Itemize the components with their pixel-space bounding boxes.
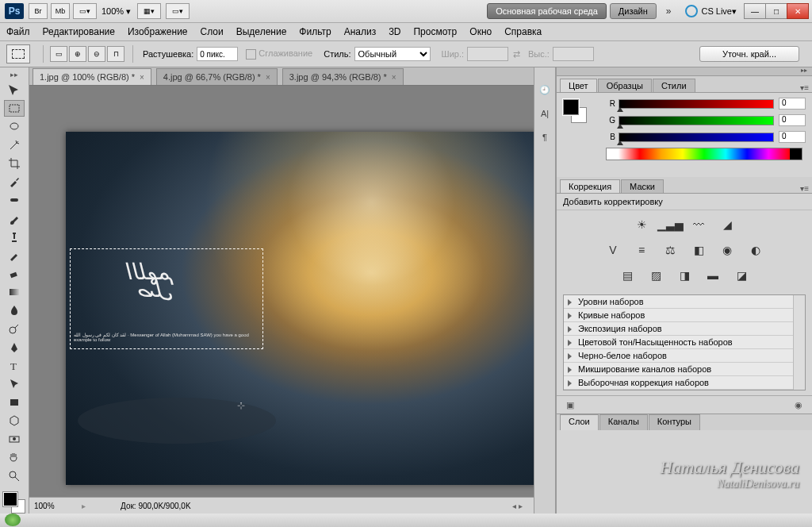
- panel-swatches[interactable]: [563, 99, 587, 123]
- close-tab-icon[interactable]: ×: [266, 73, 270, 82]
- start-button[interactable]: [5, 514, 21, 526]
- invert-icon[interactable]: ▤: [619, 267, 636, 283]
- list-item[interactable]: Экспозиция наборов: [564, 322, 805, 336]
- menu-analysis[interactable]: Анализ: [344, 26, 377, 37]
- bw-icon[interactable]: ◧: [690, 242, 707, 258]
- bridge-button[interactable]: Br: [29, 3, 48, 19]
- close-tab-icon[interactable]: ×: [140, 73, 144, 82]
- workspace-more-button[interactable]: »: [660, 6, 678, 17]
- workspace-design-button[interactable]: Дизайн: [610, 3, 657, 19]
- canvas[interactable]: اللهمصل لقد كان لكم في رسول الله · Messe…: [66, 132, 534, 485]
- heal-tool[interactable]: [4, 192, 25, 209]
- menu-edit[interactable]: Редактирование: [43, 26, 115, 37]
- screen-mode-dropdown[interactable]: ▭▾: [73, 3, 97, 19]
- panel-menu-icon[interactable]: ▾≡: [800, 184, 809, 193]
- zoom-tool[interactable]: [4, 467, 25, 484]
- list-item[interactable]: Микширование каналов наборов: [564, 363, 805, 376]
- status-docinfo[interactable]: Док: 900,0K/900,0K: [121, 502, 191, 510]
- gradient-map-icon[interactable]: ▬: [704, 267, 722, 283]
- balance-icon[interactable]: ⚖: [661, 242, 679, 258]
- eyedropper-tool[interactable]: [4, 174, 25, 190]
- r-slider[interactable]: [619, 99, 774, 109]
- tab-channels[interactable]: Каналы: [599, 414, 648, 430]
- menu-layers[interactable]: Слои: [201, 26, 224, 37]
- pen-tool[interactable]: [4, 339, 25, 356]
- levels-icon[interactable]: ▁▃▅: [661, 217, 679, 233]
- photo-filter-icon[interactable]: ◉: [718, 242, 736, 258]
- workspace-essentials-button[interactable]: Основная рабочая среда: [487, 3, 607, 19]
- close-tab-icon[interactable]: ×: [392, 73, 396, 82]
- document-tab[interactable]: 3.jpg @ 94,3% (RGB/8) *×: [282, 68, 404, 85]
- channel-mixer-icon[interactable]: ◐: [747, 242, 764, 258]
- g-value[interactable]: 0: [779, 114, 806, 126]
- 3d-tool[interactable]: [4, 413, 25, 429]
- tab-styles[interactable]: Стили: [653, 79, 695, 92]
- threshold-icon[interactable]: ◨: [676, 267, 693, 283]
- list-item[interactable]: Цветовой тон/Насыщенность наборов: [564, 336, 805, 349]
- adj-clip-icon[interactable]: ▣: [563, 398, 577, 411]
- selection-add-icon[interactable]: ⊕: [69, 46, 86, 62]
- color-ramp[interactable]: [606, 148, 802, 160]
- menu-image[interactable]: Изображение: [128, 26, 188, 37]
- tab-swatches[interactable]: Образцы: [598, 79, 652, 92]
- shape-tool[interactable]: [4, 394, 25, 410]
- tab-masks[interactable]: Маски: [621, 179, 664, 193]
- menu-filter[interactable]: Фильтр: [299, 26, 331, 37]
- tab-color[interactable]: Цвет: [560, 79, 597, 92]
- stamp-tool[interactable]: [4, 229, 25, 245]
- color-swatches[interactable]: [3, 492, 25, 514]
- minibridge-button[interactable]: Mb: [51, 3, 70, 19]
- posterize-icon[interactable]: ▨: [647, 267, 665, 283]
- menu-3d[interactable]: 3D: [389, 26, 400, 37]
- camera-tool[interactable]: [4, 431, 25, 448]
- history-brush-tool[interactable]: [4, 247, 25, 264]
- tab-paths[interactable]: Контуры: [649, 414, 700, 430]
- lasso-tool[interactable]: [4, 118, 25, 135]
- r-value[interactable]: 0: [779, 98, 806, 110]
- arrange-docs-dropdown[interactable]: ▦▾: [137, 3, 161, 19]
- list-item[interactable]: Черно-белое наборов: [564, 349, 805, 363]
- list-item[interactable]: Кривые наборов: [564, 309, 805, 322]
- foreground-color-swatch[interactable]: [3, 492, 17, 506]
- canvas-viewport[interactable]: اللهمصل لقد كان لكم في رسول الله · Messe…: [29, 86, 534, 497]
- marquee-tool[interactable]: [4, 100, 25, 117]
- panel-menu-icon[interactable]: ▾≡: [800, 83, 809, 92]
- move-tool[interactable]: [4, 82, 25, 98]
- adj-view-icon[interactable]: ◉: [791, 398, 806, 411]
- exposure-icon[interactable]: ◢: [718, 217, 736, 233]
- type-tool[interactable]: T: [4, 357, 25, 374]
- tab-adjustments[interactable]: Коррекция: [560, 179, 620, 193]
- scrollbar[interactable]: [793, 295, 805, 390]
- g-slider[interactable]: [619, 116, 774, 125]
- maximize-button[interactable]: □: [765, 3, 787, 19]
- menu-help[interactable]: Справка: [504, 26, 542, 37]
- cs-live-button[interactable]: CS Live ▾: [685, 5, 737, 17]
- selection-subtract-icon[interactable]: ⊖: [88, 46, 105, 62]
- refine-edge-button[interactable]: Уточн. край...: [699, 46, 799, 62]
- panels-collapse-bar[interactable]: [557, 67, 812, 76]
- close-button[interactable]: ✕: [787, 3, 809, 19]
- current-tool-preset[interactable]: [6, 44, 30, 63]
- minimize-button[interactable]: —: [744, 3, 766, 19]
- curves-icon[interactable]: 〰: [690, 217, 707, 233]
- vibrance-icon[interactable]: V: [604, 242, 622, 258]
- blur-tool[interactable]: [4, 302, 25, 319]
- extras-dropdown[interactable]: ▭▾: [166, 3, 190, 19]
- document-tab[interactable]: 1.jpg @ 100% (RGB/8) *×: [33, 68, 151, 85]
- selective-color-icon[interactable]: ◪: [733, 267, 750, 283]
- menu-view[interactable]: Просмотр: [413, 26, 457, 37]
- style-select[interactable]: Обычный: [354, 47, 431, 61]
- gradient-tool[interactable]: [4, 284, 25, 301]
- list-item[interactable]: Выборочная коррекция наборов: [564, 376, 805, 390]
- character-panel-icon[interactable]: A|: [537, 106, 553, 121]
- brush-tool[interactable]: [4, 210, 25, 227]
- hue-icon[interactable]: ≡: [633, 242, 650, 258]
- brightness-icon[interactable]: ☀: [633, 217, 650, 233]
- feather-input[interactable]: [197, 47, 238, 61]
- paragraph-panel-icon[interactable]: ¶: [537, 129, 553, 145]
- hand-tool[interactable]: [4, 449, 25, 466]
- menu-select[interactable]: Выделение: [236, 26, 287, 37]
- history-panel-icon[interactable]: 🕘: [537, 82, 553, 98]
- toolbox-collapse-icon[interactable]: ▸▸: [10, 71, 18, 79]
- tab-layers[interactable]: Слои: [560, 414, 599, 430]
